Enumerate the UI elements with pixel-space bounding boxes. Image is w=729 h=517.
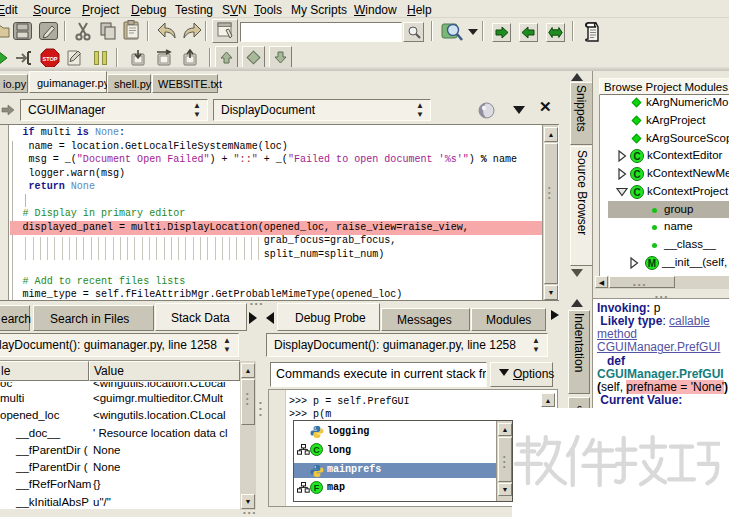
svg-text:STOP: STOP	[42, 56, 57, 62]
